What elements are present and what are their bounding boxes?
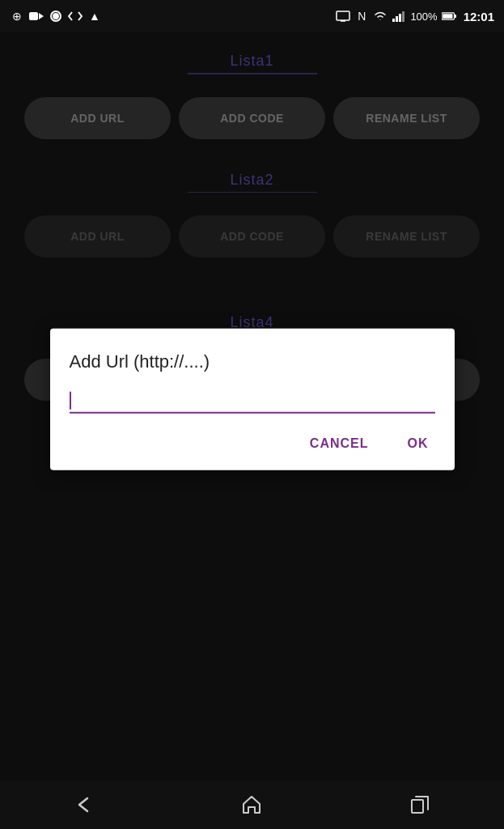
- signal-bars-icon: [392, 10, 406, 23]
- svg-rect-4: [337, 11, 349, 20]
- recent-apps-button[interactable]: [400, 784, 440, 825]
- status-bar: ⊕ ▲ N 100% 12:01: [0, 0, 504, 32]
- svg-rect-11: [454, 15, 455, 18]
- back-button[interactable]: [64, 784, 104, 825]
- plus-icon: ⊕: [10, 10, 24, 23]
- circle-icon: [49, 10, 63, 23]
- wifi-icon: [373, 10, 388, 23]
- cancel-button[interactable]: CANCEL: [303, 433, 375, 454]
- code-icon: [68, 10, 83, 23]
- drive-icon: ▲: [87, 10, 102, 23]
- nfc-icon: N: [354, 10, 369, 23]
- battery-icon: [442, 10, 456, 23]
- main-content: Lista1 ADD URL ADD CODE RENAME LIST List…: [0, 32, 504, 780]
- svg-rect-0: [29, 12, 38, 20]
- battery-percent: 100%: [410, 11, 437, 23]
- nav-bar: [0, 780, 504, 829]
- svg-rect-6: [392, 19, 395, 22]
- video-icon: [29, 10, 44, 23]
- add-url-dialog: Add Url (http://....) CANCEL OK: [50, 329, 455, 470]
- time-display: 12:01: [464, 10, 494, 23]
- monitor-icon: [336, 10, 350, 23]
- svg-rect-9: [402, 11, 404, 22]
- svg-marker-1: [39, 13, 44, 19]
- status-icons-left: ⊕ ▲: [10, 10, 102, 23]
- dialog-title: Add Url (http://....): [70, 351, 435, 372]
- ok-button[interactable]: OK: [401, 433, 435, 454]
- status-icons-right: N 100% 12:01: [336, 10, 494, 23]
- dialog-input-wrapper: [70, 389, 435, 414]
- svg-rect-7: [396, 16, 398, 22]
- svg-rect-12: [443, 14, 452, 19]
- home-button[interactable]: [231, 784, 272, 825]
- svg-rect-13: [412, 800, 423, 813]
- url-input[interactable]: [70, 389, 435, 414]
- svg-rect-8: [399, 14, 401, 22]
- text-cursor: [70, 392, 71, 410]
- dialog-actions: CANCEL OK: [70, 433, 435, 454]
- svg-point-3: [53, 14, 58, 19]
